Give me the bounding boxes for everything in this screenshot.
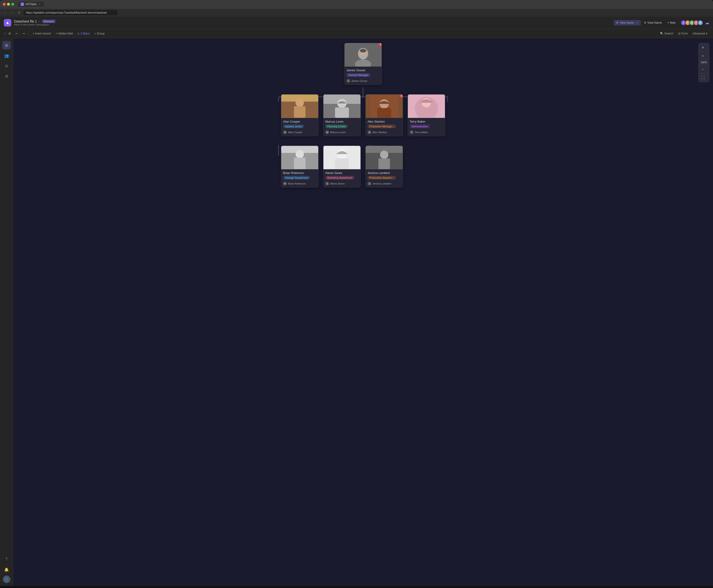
card-jessica-lambert[interactable]: Jessica Lambert Production departm... J … [365, 146, 403, 188]
new-view-button[interactable]: + New [665, 20, 678, 25]
file-name-row: Datasheet file 1 ☆ Manager [14, 19, 611, 23]
browser-titlebar: APITable × [0, 0, 713, 8]
form-label: Form [681, 32, 688, 35]
level2-spacer [408, 146, 445, 188]
tab-view-name-2-label: View Name [648, 21, 662, 24]
hamburger-menu-btn[interactable]: ≡ [699, 43, 707, 51]
card-marcus-levin[interactable]: Marcus Levin Planning Center M Marcus Le… [323, 94, 361, 136]
sidebar-item-settings[interactable]: ⚙ [2, 72, 11, 80]
sidebar: ⊞ 👥 ⊘ ⚙ ? 🔔 👤 [0, 38, 13, 586]
file-name-text: Datasheet file 1 [14, 19, 37, 23]
svg-rect-38 [335, 159, 349, 169]
link-avatar-marcus: M [325, 130, 329, 134]
person-link-alexis: A Alexis Sears [325, 182, 359, 186]
browser-tab[interactable]: APITable × [18, 2, 44, 7]
header-right: J A M T B ☁ [680, 20, 709, 25]
search-label: Search [665, 32, 673, 35]
card-alexis-sears[interactable]: Alexis Sears Marketing department A Alex… [323, 146, 361, 188]
star-icon[interactable]: ☆ [38, 20, 41, 23]
card-james-gouse[interactable]: James Gouse General Manager J James Gous… [344, 43, 382, 85]
tab-view-name-1[interactable]: ⊞ View Name ⋮ [614, 20, 640, 25]
card-alex-stanton[interactable]: Alex Stanton Production Manage... A Alex… [365, 94, 403, 136]
org-chart-canvas[interactable]: James Gouse General Manager J James Gous… [13, 38, 713, 586]
photo-james-gouse [345, 43, 382, 67]
sidebar-item-help[interactable]: ? [2, 555, 11, 563]
link-name-marcus: Marcus Levin [330, 131, 345, 134]
address-bar[interactable]: https://apitable.com/space/spc7sasdasfdf… [23, 10, 117, 15]
panel-controls: ≡ + 100% − ⛶ [698, 43, 709, 82]
link-name-terry: Terry Baker [415, 131, 428, 134]
user-avatar[interactable]: 👤 [3, 575, 10, 583]
zoom-in-btn[interactable]: + [699, 51, 707, 60]
tab-view-name-1-label: View Name [620, 21, 634, 24]
card-terry-baker[interactable]: Terry Baker Administration T Terry Baker [408, 94, 445, 136]
minimize-button[interactable] [7, 3, 10, 6]
undo-btn[interactable]: ↩ [14, 31, 20, 36]
manager-badge: Manager [42, 20, 55, 23]
maximize-button[interactable] [11, 3, 14, 6]
person-name-brian: Brian Robinson [283, 171, 317, 175]
card-alan-cooper[interactable]: Alan Cooper logistics center A Alan Coop… [281, 94, 319, 136]
photo-terry-baker [408, 94, 445, 118]
toolbar-divider [28, 31, 29, 36]
cloud-sync-icon: ☁ [705, 20, 709, 25]
refresh-button[interactable]: ↻ [17, 10, 22, 15]
person-link-brian: B Brian Robinson [283, 182, 317, 186]
dept-badge-alexis: Marketing department [325, 176, 354, 180]
form-icon: ⊟ [678, 32, 680, 35]
view-mode-btn[interactable]: ⊞ [6, 31, 13, 36]
level-1-row: Alan Cooper logistics center A Alan Coop… [281, 94, 445, 136]
card-brian-robinson[interactable]: Brian Robinson Storage Department B Bria… [281, 146, 319, 188]
svg-rect-42 [378, 159, 390, 169]
card-body-alan: Alan Cooper logistics center A Alan Coop… [281, 118, 318, 136]
level-2-row: Brian Robinson Storage Department B Bria… [281, 146, 445, 188]
person-name-terry: Terry Baker [410, 120, 443, 123]
link-avatar-terry: T [410, 130, 413, 134]
card-body-brian: Brian Robinson Storage Department B Bria… [281, 169, 318, 187]
forward-button[interactable]: → [10, 10, 15, 15]
toolbar: ◁ ⊞ ↩ ↪ + Insert record + Hidden field ⧖… [0, 29, 713, 38]
advanced-label: Advanced [693, 32, 705, 35]
app-logo-icon: ▲ [4, 19, 11, 26]
link-name-james: James Gouse [351, 80, 367, 82]
level-0-row: James Gouse General Manager J James Gous… [344, 43, 382, 85]
sidebar-item-views[interactable]: ⊞ [2, 41, 11, 49]
link-avatar-brian: B [283, 182, 287, 186]
redo-btn[interactable]: ↪ [21, 31, 27, 36]
form-btn[interactable]: ⊟ Form [676, 31, 690, 36]
svg-point-41 [380, 150, 388, 159]
insert-record-btn[interactable]: + Insert record [31, 31, 53, 36]
search-btn[interactable]: 🔍 Search [658, 31, 675, 36]
person-name-marcus: Marcus Levin [325, 120, 359, 123]
insert-record-label: + Insert record [33, 32, 51, 35]
tab-view-name-2[interactable]: ⊟ View Name [642, 20, 664, 25]
zoom-out-btn[interactable]: − [699, 65, 707, 74]
person-link-jessica: J Jessica Lambert [368, 182, 401, 186]
person-link-terry: T Terry Baker [410, 130, 443, 134]
sidebar-item-automation[interactable]: ⊘ [2, 62, 11, 70]
collaborator-avatars: J A M T B [680, 20, 703, 25]
svg-rect-20 [294, 106, 305, 118]
app-header: ▲ Datasheet file 1 ☆ Manager Here is thi… [0, 17, 713, 29]
filter-btn[interactable]: ⧖ 2 filters [76, 31, 91, 36]
fullscreen-btn[interactable]: ⛶ [699, 74, 707, 82]
link-name-alexis: Alexis Sears [330, 182, 345, 185]
photo-brian-robinson [281, 146, 318, 169]
link-name-jessica: Jessica Lambert [372, 182, 391, 185]
hidden-field-btn[interactable]: + Hidden field [54, 31, 75, 36]
person-name-james: James Gouse [346, 68, 380, 72]
sidebar-item-members[interactable]: 👥 [2, 51, 11, 60]
sidebar-item-notifications[interactable]: 🔔 [2, 565, 11, 574]
browser-window: APITable × ← → ↻ https://apitable.com/sp… [0, 0, 713, 17]
group-btn[interactable]: + Group [93, 31, 106, 36]
person-name-alan: Alan Cooper [283, 120, 317, 123]
chevron-down-icon: ▾ [706, 32, 707, 35]
hidden-field-label: + Hidden field [56, 32, 73, 35]
tab-close-icon[interactable]: × [38, 3, 41, 6]
advanced-btn[interactable]: Advanced ▾ [691, 31, 709, 36]
close-button[interactable] [3, 3, 6, 6]
toolbar-toggle[interactable]: ◁ [4, 32, 6, 35]
link-avatar-james: J [346, 79, 350, 83]
back-button[interactable]: ← [3, 10, 8, 15]
tab-label: APITable [25, 3, 37, 6]
